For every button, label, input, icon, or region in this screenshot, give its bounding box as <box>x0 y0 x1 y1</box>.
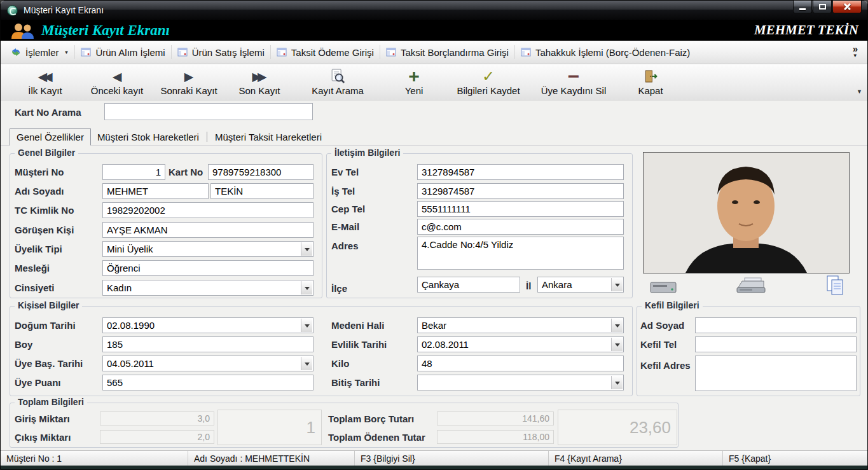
menu-taksit-odeme-label: Taksit Ödeme Girişi <box>291 47 374 58</box>
users-icon <box>10 22 35 39</box>
kilo-input[interactable] <box>417 356 624 371</box>
status-musteri-no: Müşteri No : 1 <box>1 451 188 466</box>
menubar-overflow-button[interactable]: » ▼ <box>848 44 862 60</box>
chevron-down-icon: ▼ <box>64 50 69 55</box>
titlebar: Müşteri Kayıt Ekranı <box>1 1 867 20</box>
menu-urun-alim[interactable]: Ürün Alım İşlemi <box>76 44 170 61</box>
cep-tel-label: Cep Tel <box>331 204 365 214</box>
menu-taksit-borclandirma[interactable]: Taksit Borçlandırma Girişi <box>381 44 514 61</box>
copy-documents-icon <box>825 275 846 296</box>
first-record-button[interactable]: ◀◀ İlk Kayıt <box>24 67 65 97</box>
adres-textarea[interactable]: 4.Cadde No:4/5 Yildiz <box>417 237 624 270</box>
window-controls <box>793 1 862 13</box>
menu-islemler-label: İşlemler <box>25 47 59 58</box>
bitis-tarihi-combo[interactable] <box>417 375 624 391</box>
window-title: Müşteri Kayıt Ekranı <box>24 5 104 15</box>
email-input[interactable] <box>417 219 624 235</box>
medeni-hali-combo[interactable]: Bekar <box>417 317 624 333</box>
tab-genel-ozellikler[interactable]: Genel Özellikler <box>10 128 91 146</box>
cep-tel-input[interactable] <box>417 201 624 217</box>
tab-musteri-stok[interactable]: Müşteri Stok Hareketleri <box>91 129 205 145</box>
app-banner: Müşteri Kayıt Ekranı MEHMET TEKİN <box>1 20 867 41</box>
app-window: Müşteri Kayıt Ekranı Müşteri Kayıt Ekran… <box>0 0 868 470</box>
kefil-tel-input[interactable] <box>695 336 857 352</box>
cikis-miktari-input <box>100 430 214 444</box>
combo-arrow-icon[interactable] <box>611 376 623 389</box>
statusbar: Müşteri No : 1 Adı Soyadı : MEHMETTEKİN … <box>1 450 867 466</box>
soyadi-input[interactable] <box>210 183 313 199</box>
boy-input[interactable] <box>102 336 313 352</box>
toplam-borc-label: Toplam Borç Tutarı <box>328 413 414 424</box>
cikis-miktari-label: Çıkış Miktarı <box>15 432 71 443</box>
menu-urun-satis[interactable]: Ürün Satış İşlemi <box>172 44 270 61</box>
net-miktar-display: 1 <box>217 410 322 445</box>
menu-taksit-odeme[interactable]: Taksit Ödeme Girişi <box>272 44 379 61</box>
save-image-button[interactable] <box>649 279 677 299</box>
boy-label: Boy <box>15 339 32 350</box>
disk-drive-icon <box>649 279 677 296</box>
save-record-button[interactable]: ✓ Bilgileri Kaydet <box>453 67 523 97</box>
combo-arrow-icon[interactable] <box>611 338 623 351</box>
gorusen-kisi-input[interactable] <box>102 222 313 238</box>
combo-arrow-icon[interactable] <box>611 319 623 332</box>
kefil-adres-textarea[interactable] <box>695 356 857 391</box>
new-record-button[interactable]: + Yeni <box>401 67 427 97</box>
toolbar: ◀◀ İlk Kayıt ◀ Önceki kayıt ▶ Sonraki Ka… <box>1 64 867 100</box>
gorusen-kisi-label: Görüşen Kişi <box>15 225 74 235</box>
kilo-label: Kilo <box>331 358 349 369</box>
minimize-button[interactable] <box>793 1 812 13</box>
uyelik-tipi-combo[interactable]: Mini Üyelik <box>102 241 313 257</box>
meslegi-input[interactable] <box>102 260 313 276</box>
previous-record-button[interactable]: ◀ Önceki kayıt <box>87 67 148 97</box>
menu-separator <box>74 45 75 59</box>
menu-islemler[interactable]: İşlemler ▼ <box>6 44 74 61</box>
toplam-odenen-input <box>437 430 554 444</box>
minimize-icon <box>799 8 806 10</box>
exit-door-icon <box>638 67 663 85</box>
record-search-button[interactable]: Kayıt Arama <box>308 67 368 97</box>
delete-record-button[interactable]: − Üye Kaydını Sil <box>537 67 610 97</box>
menu-separator <box>514 45 515 59</box>
close-button[interactable] <box>832 1 862 13</box>
ev-tel-input[interactable] <box>417 164 624 180</box>
chevron-down-icon: ▼ <box>853 52 858 59</box>
copy-image-button[interactable] <box>825 275 846 299</box>
uye-puani-label: Üye Puanı <box>15 377 61 388</box>
is-tel-input[interactable] <box>417 183 624 199</box>
kefil-ad-soyad-input[interactable] <box>695 317 857 333</box>
combo-arrow-icon[interactable] <box>301 357 312 370</box>
scan-image-button[interactable] <box>736 276 766 298</box>
toolbar-overflow-button[interactable]: ▼ <box>857 88 862 95</box>
dogum-tarihi-combo[interactable]: 02.08.1990 <box>102 317 313 333</box>
musteri-no-input[interactable] <box>102 164 165 180</box>
combo-arrow-icon[interactable] <box>301 319 312 332</box>
il-combo[interactable]: Ankara <box>537 277 624 293</box>
is-tel-label: İş Tel <box>331 186 355 197</box>
uye-bas-tarihi-combo[interactable]: 04.05.2011 <box>102 356 313 371</box>
adi-input[interactable] <box>102 183 209 199</box>
tc-kimlik-input[interactable] <box>102 202 313 218</box>
tab-musteri-taksit[interactable]: Müşteri Taksit Hareketleri <box>209 129 328 145</box>
kart-no-arama-input[interactable] <box>104 103 313 120</box>
giris-miktari-label: Giriş Miktarı <box>15 413 70 424</box>
menu-tahakkuk[interactable]: Tahakkuk İşlemi (Borç-Ödenen-Faiz) <box>516 44 695 61</box>
kart-no-input[interactable] <box>208 164 313 180</box>
email-label: E-Mail <box>331 221 359 232</box>
combo-arrow-icon[interactable] <box>611 278 623 291</box>
last-record-button[interactable]: ▶▶ Son Kayıt <box>235 67 284 97</box>
ilce-input[interactable] <box>417 277 520 293</box>
uye-puani-input[interactable] <box>102 375 313 391</box>
combo-arrow-icon[interactable] <box>301 242 312 256</box>
combo-arrow-icon[interactable] <box>301 281 312 294</box>
close-form-button[interactable]: Kapat <box>634 67 666 97</box>
tc-kimlik-label: TC Kimlik No <box>15 205 74 216</box>
evlilik-tarihi-combo[interactable]: 02.08.2011 <box>417 336 624 352</box>
plus-icon: + <box>405 67 424 85</box>
form-icon <box>386 47 396 57</box>
kalan-tutar-display: 23,60 <box>558 410 677 445</box>
maximize-button[interactable] <box>813 1 832 13</box>
menu-urun-alim-label: Ürün Alım İşlemi <box>95 47 165 58</box>
next-record-button[interactable]: ▶ Sonraki Kayıt <box>156 67 221 97</box>
cinsiyeti-combo[interactable]: Kadın <box>102 280 313 296</box>
status-f4-hint: F4 {Kayıt Arama} <box>549 451 723 466</box>
